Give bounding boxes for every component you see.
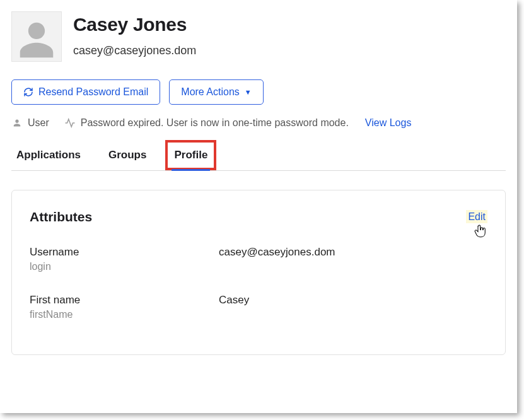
- more-actions-label: More Actions: [181, 86, 239, 98]
- attribute-key: login: [30, 261, 219, 272]
- person-silhouette-icon: [15, 17, 59, 61]
- activity-icon: [64, 117, 76, 129]
- more-actions-button[interactable]: More Actions ▼: [169, 79, 263, 105]
- edit-link[interactable]: Edit: [466, 210, 487, 223]
- resend-password-label: Resend Password Email: [38, 86, 148, 98]
- resend-password-button[interactable]: Resend Password Email: [11, 79, 160, 105]
- attribute-key: firstName: [30, 309, 219, 320]
- attribute-row: First name firstName Casey: [30, 294, 487, 320]
- status-message: Password expired. User is now in one-tim…: [81, 117, 349, 129]
- attribute-label: First name: [30, 294, 219, 306]
- avatar: [11, 11, 62, 62]
- user-icon: [11, 117, 23, 129]
- attribute-row: Username login casey@caseyjones.dom: [30, 246, 487, 272]
- tab-applications[interactable]: Applications: [14, 143, 83, 170]
- status-role: User: [28, 117, 49, 129]
- attributes-panel: Attributes Edit Username login casey@cas…: [11, 190, 506, 355]
- refresh-icon: [23, 87, 33, 97]
- cursor-hand-icon: [472, 223, 487, 242]
- user-name: Casey Jones: [73, 14, 196, 35]
- attribute-value: casey@caseyjones.dom: [219, 246, 335, 272]
- view-logs-link[interactable]: View Logs: [365, 117, 412, 129]
- tab-groups[interactable]: Groups: [106, 143, 149, 170]
- attribute-value: Casey: [219, 294, 249, 320]
- tab-profile[interactable]: Profile: [172, 143, 210, 170]
- attributes-title: Attributes: [30, 209, 92, 225]
- tabs: Applications Groups Profile: [11, 143, 506, 171]
- caret-down-icon: ▼: [245, 88, 252, 96]
- attribute-label: Username: [30, 246, 219, 259]
- user-email: casey@caseyjones.dom: [73, 44, 196, 57]
